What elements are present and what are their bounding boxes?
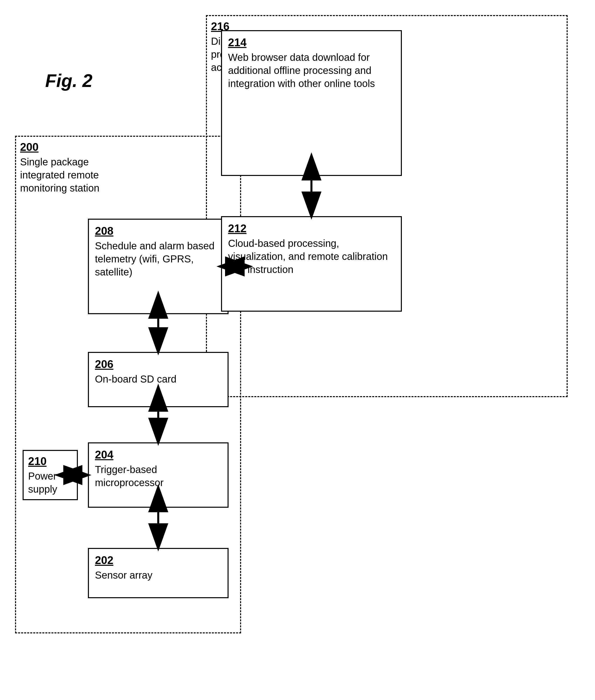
box-208-ref: 208 <box>95 225 222 237</box>
box-208: 208 Schedule and alarm based telemetry (… <box>88 219 229 314</box>
box-212-ref: 212 <box>228 222 395 235</box>
box-200-ref: 200 <box>20 141 101 153</box>
box-204: 204 Trigger-based microprocessor <box>88 442 229 508</box>
box-214-text: Web browser data download for additional… <box>228 52 375 89</box>
box-204-ref: 204 <box>95 449 222 461</box>
box-200-label: 200 Single package integrated remote mon… <box>20 141 101 194</box>
box-206: 206 On-board SD card <box>88 352 229 407</box>
box-204-text: Trigger-based microprocessor <box>95 464 164 488</box>
box-208-text: Schedule and alarm based telemetry (wifi… <box>95 240 215 277</box>
box-214: 214 Web browser data download for additi… <box>221 30 402 176</box>
box-212: 212 Cloud-based processing, visualizatio… <box>221 216 402 312</box>
box-210-text: Power supply <box>28 470 57 495</box>
box-202-ref: 202 <box>95 554 222 567</box>
box-212-text: Cloud-based processing, visualization, a… <box>228 238 388 275</box>
box-206-ref: 206 <box>95 358 222 371</box>
box-200-text: Single package integrated remote monitor… <box>20 155 101 194</box>
box-206-text: On-board SD card <box>95 374 176 384</box>
box-210-ref: 210 <box>28 455 72 467</box>
figure-title: Fig. 2 <box>45 71 92 91</box>
box-210: 210 Power supply <box>23 450 78 500</box>
box-202: 202 Sensor array <box>88 548 229 598</box>
box-214-ref: 214 <box>228 36 395 49</box>
box-202-text: Sensor array <box>95 569 152 581</box>
